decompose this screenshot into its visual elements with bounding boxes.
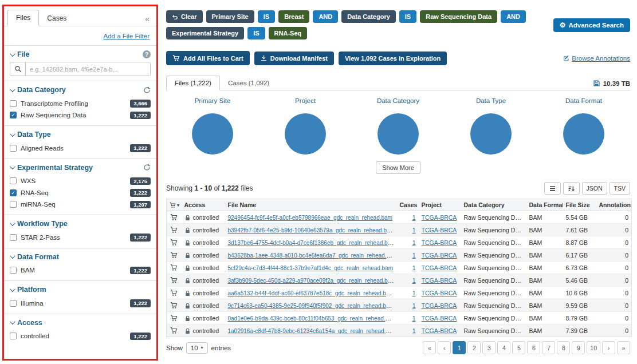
facet-option-aligned-reads[interactable]: Aligned Reads 1,222 [10, 142, 151, 154]
file-name-link[interactable]: 3d137be6-4755-4dcf-b0a4-d7ce6f1386eb_gdc… [228, 239, 396, 246]
search-icon[interactable] [10, 62, 26, 76]
add-to-cart-button[interactable] [170, 238, 178, 247]
sidebar-tab-files[interactable]: Files [7, 10, 39, 26]
page-8[interactable]: 8 [557, 341, 570, 354]
column-header-cases[interactable]: Cases [397, 199, 419, 211]
facet-option-rna-seq[interactable]: ✓ RNA-Seq 1,222 [10, 187, 151, 199]
column-header-annotations[interactable]: Annotations [596, 199, 632, 211]
sidebar-tab-cases[interactable]: Cases [39, 11, 74, 26]
show-more-button[interactable]: Show More [376, 161, 420, 174]
column-header-access[interactable]: Access [182, 199, 225, 211]
sort-button[interactable] [563, 182, 580, 195]
cases-count-link[interactable]: 1 [412, 290, 416, 296]
page-7[interactable]: 7 [542, 341, 555, 354]
file-name-link[interactable]: 9c714c63-ea50-4385-9e25-09f940f5f902_gdc… [228, 302, 394, 309]
project-link[interactable]: TCGA-BRCA [422, 264, 457, 271]
add-file-filter-link[interactable]: Add a File Filter [103, 33, 150, 39]
page-2[interactable]: 2 [467, 341, 481, 354]
chevron-down-icon[interactable] [10, 86, 15, 92]
checkbox-checked[interactable]: ✓ [10, 189, 17, 196]
project-link[interactable]: TCGA-BRCA [422, 252, 457, 259]
pie-chart-project[interactable] [285, 113, 326, 155]
page-6[interactable]: 6 [527, 341, 540, 354]
query-chip-experimental-strategy[interactable]: Experimental Strategy [166, 27, 244, 39]
facet-option-wxs[interactable]: WXS 2,175 [10, 175, 151, 187]
query-chip-is[interactable]: IS [258, 10, 275, 23]
chevron-down-icon[interactable] [10, 286, 15, 292]
query-chip-primary-site[interactable]: Primary Site [206, 10, 254, 23]
project-link[interactable]: TCGA-BRCA [422, 227, 457, 234]
file-name-link[interactable]: 3af3b909-5dec-450d-a229-a970ace09f2a_gdc… [228, 277, 396, 284]
cases-count-link[interactable]: 1 [412, 252, 416, 259]
checkbox[interactable] [10, 201, 17, 208]
cases-count-link[interactable]: 1 [412, 214, 416, 221]
add-to-cart-button[interactable] [170, 288, 178, 297]
file-name-link[interactable]: 5cf29c4a-c7d3-4f44-88c1-37b9e7af1d4c_gdc… [228, 265, 394, 271]
query-chip-and[interactable]: AND [501, 10, 526, 23]
help-icon[interactable]: ? [143, 50, 151, 58]
page-1[interactable]: 1 [453, 341, 466, 354]
checkbox[interactable] [10, 267, 17, 274]
checkbox[interactable] [10, 300, 17, 307]
page-size-select[interactable]: 10 ▾ [186, 342, 208, 354]
reset-facet-icon[interactable] [143, 164, 151, 171]
add-to-cart-button[interactable] [170, 314, 178, 322]
checkbox[interactable] [10, 100, 17, 107]
chevron-down-icon[interactable] [10, 164, 15, 169]
project-link[interactable]: TCGA-BRCA [422, 302, 457, 309]
checkbox-checked[interactable]: ✓ [10, 112, 17, 118]
checkbox[interactable] [10, 234, 17, 241]
project-link[interactable]: TCGA-BRCA [422, 327, 457, 334]
cases-count-link[interactable]: 1 [412, 315, 416, 322]
cases-count-link[interactable]: 1 [412, 239, 416, 246]
add-to-cart-button[interactable] [170, 326, 178, 335]
chevron-down-icon[interactable] [10, 253, 15, 259]
facet-option-controlled[interactable]: controlled 1,222 [10, 330, 151, 342]
column-header-data-format[interactable]: Data Format [526, 199, 563, 211]
chevron-down-icon[interactable] [10, 51, 15, 57]
reset-facet-icon[interactable] [143, 86, 151, 94]
pie-chart-data-type[interactable] [470, 113, 512, 155]
query-chip-breast[interactable]: Breast [278, 10, 309, 23]
cases-count-link[interactable]: 1 [412, 264, 416, 271]
export-json-button[interactable]: JSON [582, 182, 607, 195]
facet-option-mirna-seq[interactable]: miRNA-Seq 1,207 [10, 199, 151, 211]
add-to-cart-button[interactable] [170, 263, 178, 272]
query-chip-and[interactable]: AND [313, 10, 338, 23]
collapse-sidebar-icon[interactable]: « [143, 14, 152, 26]
page-3[interactable]: 3 [482, 341, 496, 354]
chevron-down-icon[interactable] [10, 319, 15, 325]
checkbox[interactable] [10, 145, 17, 152]
file-name-link[interactable]: 1a02916a-c8df-47b8-9ebc-61234c6a154a_gdc… [228, 327, 397, 334]
project-link[interactable]: TCGA-BRCA [422, 239, 457, 246]
file-name-link[interactable]: b43628ba-1aee-4348-a010-bc4e5fea6da7_gdc… [228, 252, 397, 259]
export-tsv-button[interactable]: TSV [610, 182, 630, 195]
project-link[interactable]: TCGA-BRCA [422, 277, 457, 284]
facet-option-raw-sequencing-data[interactable]: ✓ Raw Sequencing Data 1,222 [10, 109, 151, 121]
column-header-project[interactable]: Project [419, 199, 461, 211]
tab-cases-results[interactable]: Cases (1,092) [220, 76, 277, 90]
cases-count-link[interactable]: 1 [412, 327, 416, 334]
add-all-files-to-cart-button[interactable]: Add All Files to Cart [166, 51, 250, 65]
file-search-input[interactable] [26, 62, 150, 76]
page-4[interactable]: 4 [497, 341, 510, 354]
facet-option-transcriptome-profiling[interactable]: Transcriptome Profiling 3,666 [10, 97, 151, 109]
add-to-cart-button[interactable] [170, 251, 178, 259]
add-to-cart-button[interactable] [170, 225, 178, 234]
file-name-link[interactable]: b3942fb7-05f6-4e25-b9fd-10640e63579a_gdc… [228, 227, 395, 234]
query-chip-raw-sequencing-data[interactable]: Raw Sequencing Data [420, 10, 497, 23]
project-link[interactable]: TCGA-BRCA [422, 315, 457, 322]
add-to-cart-button[interactable] [170, 276, 178, 284]
query-chip-rna-seq[interactable]: RNA-Seq [269, 27, 308, 39]
browse-annotations-link[interactable]: Browse Annotations [563, 55, 630, 62]
chevron-down-icon[interactable] [10, 131, 15, 137]
add-to-cart-button[interactable] [170, 213, 178, 221]
page-prev[interactable]: ‹ [438, 341, 451, 354]
tab-files-results[interactable]: Files (1,222) [166, 76, 220, 90]
page-10[interactable]: 10 [587, 341, 600, 354]
pie-chart-primary-site[interactable] [192, 113, 233, 155]
page-5[interactable]: 5 [512, 341, 525, 354]
add-to-cart-button[interactable] [170, 301, 178, 310]
column-header-file-name[interactable]: File Name [225, 199, 397, 211]
advanced-search-button[interactable]: ⚙ Advanced Search [553, 18, 630, 32]
